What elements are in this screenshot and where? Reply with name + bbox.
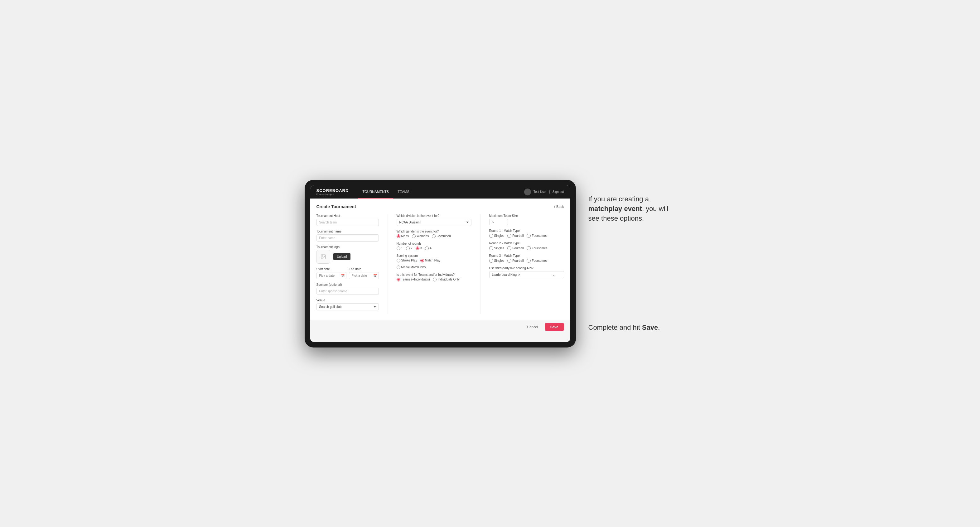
gender-womens[interactable]: Womens <box>412 234 429 238</box>
calendar-icon-2: 📅 <box>373 274 377 277</box>
page-wrapper: SCOREBOARD Powered by clippit TOURNAMENT… <box>6 180 974 348</box>
scoring-label: Scoring system <box>397 254 471 257</box>
tournament-name-label: Tournament name <box>317 230 379 233</box>
sponsor-input[interactable] <box>317 288 379 295</box>
round-1[interactable]: 1 <box>397 246 403 250</box>
tournament-name-input[interactable] <box>317 234 379 241</box>
form-columns: Tournament Host Tournament name Tourname… <box>317 214 564 314</box>
round2-foursomes[interactable]: Foursomes <box>527 246 547 250</box>
save-button[interactable]: Save <box>545 323 564 331</box>
event-for-group: Is this event for Teams and/or Individua… <box>397 273 471 281</box>
tournament-host-group: Tournament Host <box>317 214 379 226</box>
end-date-field: End date 📅 <box>349 267 379 279</box>
event-individuals[interactable]: Individuals Only <box>433 278 460 281</box>
left-column: Tournament Host Tournament name Tourname… <box>317 214 379 314</box>
main-content: Create Tournament ‹ Back Tournament Host <box>310 198 570 342</box>
max-team-size-group: Maximum Team Size <box>489 214 564 225</box>
scoring-medal[interactable]: Medal Match Play <box>397 265 426 269</box>
tournament-host-label: Tournament Host <box>317 214 379 217</box>
tablet-screen: SCOREBOARD Powered by clippit TOURNAMENT… <box>310 186 570 342</box>
brand-title: SCOREBOARD <box>317 189 349 193</box>
nav-tournaments[interactable]: TOURNAMENTS <box>358 186 393 198</box>
venue-group: Venue Search golf club <box>317 298 379 310</box>
api-tag-close[interactable]: ✕ <box>518 273 520 276</box>
annotation-area: If you are creating a matchplay event, y… <box>589 194 676 333</box>
round2-singles[interactable]: Singles <box>489 246 504 250</box>
nav-links: TOURNAMENTS TEAMS <box>358 186 524 198</box>
user-name: Test User <box>533 190 547 194</box>
venue-label: Venue <box>317 298 379 302</box>
max-team-size-label: Maximum Team Size <box>489 214 564 217</box>
nav-teams[interactable]: TEAMS <box>393 186 414 198</box>
form-area: Create Tournament ‹ Back Tournament Host <box>310 198 570 320</box>
tournament-logo-label: Tournament logo <box>317 245 379 249</box>
user-avatar <box>524 189 531 195</box>
round-4[interactable]: 4 <box>425 246 431 250</box>
date-group: Start date 📅 End date <box>317 267 379 279</box>
max-team-size-input[interactable] <box>489 219 508 225</box>
round3-match-row: Singles Fourball Foursomes <box>489 259 564 263</box>
tablet-device: SCOREBOARD Powered by clippit TOURNAMENT… <box>305 180 576 348</box>
round1-label: Round 1 - Match Type <box>489 229 564 232</box>
upload-button[interactable]: Upload <box>333 253 351 260</box>
back-link[interactable]: ‹ Back <box>554 205 564 208</box>
gender-combined[interactable]: Combined <box>432 234 451 238</box>
round3-foursomes[interactable]: Foursomes <box>527 259 547 263</box>
cancel-button[interactable]: Cancel <box>523 323 542 331</box>
round-2[interactable]: 2 <box>406 246 412 250</box>
event-for-radio-group: Teams (+Individuals) Individuals Only <box>397 278 471 281</box>
svg-point-1 <box>322 256 323 256</box>
middle-column: Which division is the event for? NCAA Di… <box>397 214 471 314</box>
division-label: Which division is the event for? <box>397 214 471 217</box>
logo-upload-area: Upload <box>317 250 379 264</box>
division-select[interactable]: NCAA Division I <box>397 219 471 226</box>
scoring-stroke[interactable]: Stroke Play <box>397 259 417 262</box>
nav-right: Test User | Sign out <box>524 189 564 195</box>
gender-label: Which gender is the event for? <box>397 230 471 233</box>
event-teams[interactable]: Teams (+Individuals) <box>397 278 430 281</box>
round-3[interactable]: 3 <box>416 246 422 250</box>
tournament-host-input[interactable] <box>317 219 379 226</box>
third-party-select[interactable]: Leaderboard King ✕ ⌄ <box>489 271 564 278</box>
round1-foursomes[interactable]: Foursomes <box>527 234 547 238</box>
brand: SCOREBOARD Powered by clippit <box>317 189 349 195</box>
rounds-group: Number of rounds 1 2 3 <box>397 242 471 250</box>
gender-radio-group: Mens Womens Combined <box>397 234 471 238</box>
chevron-down-icon: ⌄ <box>552 273 555 276</box>
brand-subtitle: Powered by clippit <box>317 193 349 195</box>
start-date-label: Start date <box>317 267 347 271</box>
sponsor-label: Sponsor (optional) <box>317 283 379 286</box>
gender-group: Which gender is the event for? Mens Wome… <box>397 230 471 238</box>
scoring-radio-group: Stroke Play Match Play Medal Match Play <box>397 259 471 269</box>
round3-match-group: Round 3 - Match Type Singles Fourball <box>489 254 564 263</box>
round1-singles[interactable]: Singles <box>489 234 504 238</box>
scoring-group: Scoring system Stroke Play Match Play <box>397 254 471 269</box>
round3-fourball[interactable]: Fourball <box>507 259 523 263</box>
event-for-label: Is this event for Teams and/or Individua… <box>397 273 471 276</box>
form-header: Create Tournament ‹ Back <box>317 204 564 209</box>
round2-label: Round 2 - Match Type <box>489 241 564 245</box>
form-footer: Cancel Save <box>310 320 570 334</box>
gender-mens[interactable]: Mens <box>397 234 409 238</box>
calendar-icon: 📅 <box>341 274 345 277</box>
sign-out-link[interactable]: Sign out <box>552 190 564 194</box>
third-party-label: Use third-party live scoring API? <box>489 267 564 270</box>
round2-fourball[interactable]: Fourball <box>507 246 523 250</box>
start-date-field: Start date 📅 <box>317 267 347 279</box>
round1-match-group: Round 1 - Match Type Singles Fourball <box>489 229 564 238</box>
round3-label: Round 3 - Match Type <box>489 254 564 257</box>
end-date-label: End date <box>349 267 379 271</box>
third-party-group: Use third-party live scoring API? Leader… <box>489 267 564 278</box>
rounds-label: Number of rounds <box>397 242 471 245</box>
round3-singles[interactable]: Singles <box>489 259 504 263</box>
scoring-match[interactable]: Match Play <box>420 259 440 262</box>
tournament-name-group: Tournament name <box>317 230 379 241</box>
round2-match-group: Round 2 - Match Type Singles Fourball <box>489 241 564 250</box>
sponsor-group: Sponsor (optional) <box>317 283 379 295</box>
round1-fourball[interactable]: Fourball <box>507 234 523 238</box>
tournament-logo-group: Tournament logo Upload <box>317 245 379 264</box>
venue-select[interactable]: Search golf club <box>317 303 379 310</box>
date-row: Start date 📅 End date <box>317 267 379 279</box>
navbar: SCOREBOARD Powered by clippit TOURNAMENT… <box>310 186 570 198</box>
round1-match-row: Singles Fourball Foursomes <box>489 234 564 238</box>
